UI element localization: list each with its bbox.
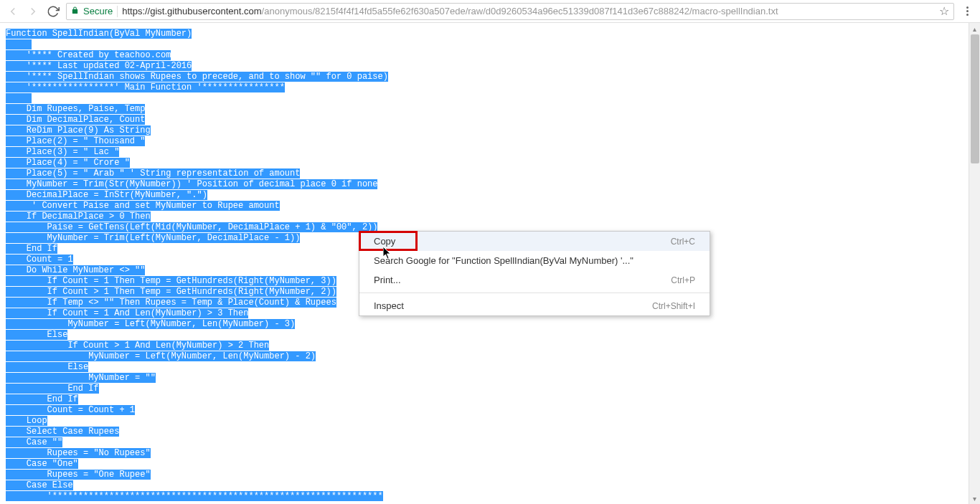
code-line[interactable]: Rupees = "One Rupee"	[6, 470, 974, 480]
code-line[interactable]: Count = Count + 1	[6, 405, 974, 416]
code-line[interactable]: If Count > 1 And Len(MyNumber) > 2 Then	[6, 341, 974, 351]
menu-shortcut: Ctrl+Shift+I	[652, 301, 695, 311]
scroll-up-icon[interactable]: ▴	[969, 23, 980, 34]
code-line[interactable]: MyNumber = ""	[6, 373, 974, 384]
address-bar[interactable]: Secure https://gist.githubusercontent.co…	[66, 3, 954, 20]
browser-menu-icon[interactable]	[960, 6, 974, 16]
vertical-scrollbar[interactable]: ▴ ▾	[969, 23, 980, 504]
code-line[interactable]: End If	[6, 384, 974, 394]
menu-item-search[interactable]: Search Google for "Function SpellIndian(…	[359, 251, 710, 270]
menu-item-print[interactable]: Print... Ctrl+P	[359, 270, 710, 290]
code-line[interactable]: Function SpellIndian(ByVal MyNumber)	[6, 29, 974, 39]
url-text: https://gist.githubusercontent.com/anony…	[122, 6, 935, 16]
code-line[interactable]: Dim Rupees, Paise, Temp	[6, 104, 974, 115]
code-line[interactable]: Place(5) = " Arab " ' String representat…	[6, 168, 974, 179]
bookmark-icon[interactable]: ☆	[939, 4, 949, 18]
code-line[interactable]: DecimalPlace = InStr(MyNumber, ".")	[6, 190, 974, 201]
code-line[interactable]: Case "One"	[6, 459, 974, 470]
code-line[interactable]: Place(4) = " Crore "	[6, 158, 974, 168]
code-line[interactable]: MyNumber = Left(MyNumber, Len(MyNumber) …	[6, 351, 974, 362]
lock-icon	[71, 6, 79, 16]
menu-item-inspect[interactable]: Inspect Ctrl+Shift+I	[359, 296, 710, 315]
code-line[interactable]: Case Else	[6, 480, 974, 491]
menu-shortcut: Ctrl+C	[671, 237, 695, 247]
scroll-thumb[interactable]	[971, 34, 979, 163]
code-line[interactable]: ' Convert Paise and set MyNumber to Rupe…	[6, 201, 974, 211]
code-line[interactable]: MyNumber = Trim(Str(MyNumber)) ' Positio…	[6, 179, 974, 190]
menu-label: Search Google for "Function SpellIndian(…	[374, 255, 633, 266]
code-line[interactable]: '**** Created by teachoo.com	[6, 50, 974, 61]
secure-label: Secure	[83, 6, 113, 16]
code-line[interactable]: '****************' Main Function '******…	[6, 82, 974, 93]
forward-button[interactable]	[26, 4, 40, 19]
menu-separator	[359, 293, 710, 293]
menu-label: Copy	[374, 236, 395, 247]
code-line[interactable]: End If	[6, 394, 974, 405]
browser-toolbar: Secure https://gist.githubusercontent.co…	[0, 0, 980, 23]
code-line[interactable]: ReDim Place(9) As String	[6, 125, 974, 136]
reload-button[interactable]	[46, 4, 60, 19]
code-line[interactable]: Loop	[6, 416, 974, 427]
code-line[interactable]: Dim DecimalPlace, Count	[6, 115, 974, 125]
menu-label: Inspect	[374, 300, 404, 311]
code-line[interactable]: Else	[6, 330, 974, 341]
back-button[interactable]	[6, 4, 20, 19]
code-line[interactable]: Rupees = "No Rupees"	[6, 448, 974, 459]
code-line[interactable]: MyNumber = Left(MyNumber, Len(MyNumber) …	[6, 319, 974, 330]
code-line[interactable]	[6, 39, 974, 50]
scroll-down-icon[interactable]: ▾	[969, 493, 980, 504]
code-line[interactable]	[6, 93, 974, 104]
code-line[interactable]: Place(3) = " Lac "	[6, 147, 974, 158]
code-line[interactable]: '**** Last updated 02-April-2016	[6, 61, 974, 72]
menu-item-copy[interactable]: Copy Ctrl+C	[359, 232, 710, 251]
divider	[117, 6, 118, 17]
code-line[interactable]: '**** SpellIndian shows Rupees to preced…	[6, 72, 974, 82]
code-line[interactable]: Place(2) = " Thousand "	[6, 136, 974, 147]
code-line[interactable]: Select Case Rupees	[6, 427, 974, 437]
code-line[interactable]: '***************************************…	[6, 491, 974, 502]
code-line[interactable]: If DecimalPlace > 0 Then	[6, 211, 974, 222]
menu-shortcut: Ctrl+P	[671, 275, 695, 285]
code-line[interactable]: Case ""	[6, 437, 974, 448]
context-menu: Copy Ctrl+C Search Google for "Function …	[359, 231, 710, 316]
code-line[interactable]: Else	[6, 362, 974, 373]
menu-label: Print...	[374, 275, 401, 285]
